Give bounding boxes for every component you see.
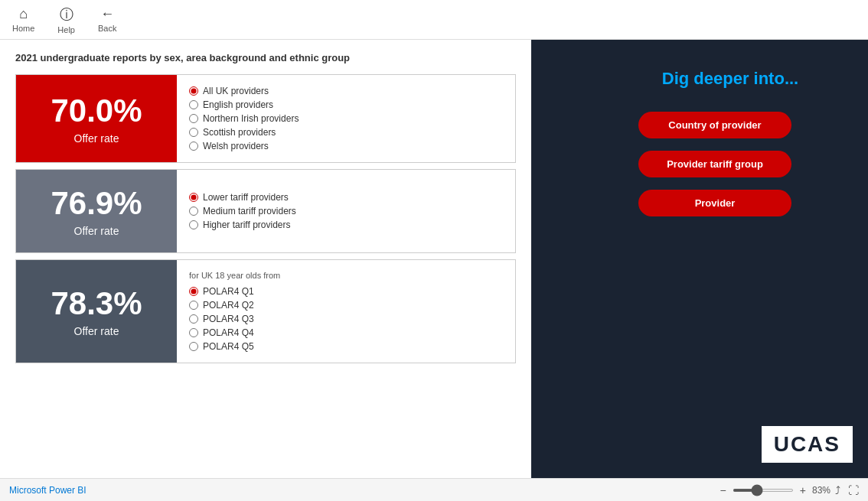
page-title: 2021 undergraduate reports by sex, area … [15, 52, 516, 63]
content-area: 2021 undergraduate reports by sex, area … [0, 40, 868, 478]
rate-label-1: Offer rate [74, 132, 119, 145]
status-icons: ⤴ ⛶ [835, 484, 859, 496]
radio-lower-tariff[interactable]: Lower tariff providers [189, 192, 503, 203]
provider-button[interactable]: Provider [638, 190, 791, 216]
share-icon[interactable]: ⤴ [835, 484, 840, 496]
card-options-2: Lower tariff providers Medium tariff pro… [177, 170, 515, 252]
right-panel: Dig deeper into... Country of provider P… [531, 40, 868, 478]
radio-english[interactable]: English providers [189, 99, 503, 110]
country-of-provider-button[interactable]: Country of provider [638, 112, 791, 138]
rate-value-2: 76.9% [51, 185, 142, 222]
radio-northern-irish[interactable]: Northern Irish providers [189, 113, 503, 124]
zoom-in-button[interactable]: + [798, 484, 808, 496]
radio-polar-q4[interactable]: POLAR4 Q4 [189, 327, 503, 338]
ucas-logo: UCAS [762, 426, 853, 463]
home-icon: ⌂ [19, 6, 28, 22]
zoom-out-button[interactable]: − [719, 484, 728, 496]
ucas-text: UCAS [774, 432, 840, 457]
rate-value-1: 70.0% [51, 93, 142, 129]
rate-label-3: Offer rate [74, 325, 119, 337]
back-icon: ← [100, 6, 114, 22]
card-options-1: All UK providers English providers North… [177, 75, 515, 162]
dig-deeper-title: Dig deeper into... [631, 69, 798, 89]
nav-bar: ⌂ Home ⓘ Help ← Back [0, 0, 868, 40]
provider-tariff-group-button[interactable]: Provider tariff group [638, 151, 791, 177]
zoom-slider[interactable] [733, 489, 794, 492]
ucas-logo-area: UCAS [762, 426, 853, 463]
left-panel: 2021 undergraduate reports by sex, area … [0, 40, 531, 478]
main-container: ⌂ Home ⓘ Help ← Back 2021 undergraduate … [0, 0, 868, 501]
home-label: Home [12, 24, 34, 33]
back-label: Back [98, 24, 116, 33]
card-options-3: for UK 18 year olds from POLAR4 Q1 POLAR… [177, 260, 515, 363]
zoom-controls: − + 83% ⤴ ⛶ [719, 484, 859, 496]
card-metric-3: 78.3% Offer rate [16, 260, 177, 363]
back-nav[interactable]: ← Back [98, 6, 116, 33]
status-bar: Microsoft Power BI − + 83% ⤴ ⛶ [0, 478, 868, 501]
rate-value-3: 78.3% [51, 285, 142, 322]
help-icon: ⓘ [60, 5, 73, 24]
polar-group-label: for UK 18 year olds from [189, 271, 503, 280]
help-nav[interactable]: ⓘ Help [57, 5, 75, 34]
help-label: Help [57, 25, 75, 34]
home-nav[interactable]: ⌂ Home [12, 6, 34, 33]
radio-higher-tariff[interactable]: Higher tariff providers [189, 220, 503, 230]
radio-medium-tariff[interactable]: Medium tariff providers [189, 206, 503, 216]
zoom-level: 83% [812, 485, 830, 496]
radio-scottish[interactable]: Scottish providers [189, 127, 503, 138]
radio-polar-q2[interactable]: POLAR4 Q2 [189, 300, 503, 311]
radio-all-uk[interactable]: All UK providers [189, 86, 503, 96]
card-metric-1: 70.0% Offer rate [16, 75, 177, 162]
radio-polar-q1[interactable]: POLAR4 Q1 [189, 286, 503, 297]
radio-welsh[interactable]: Welsh providers [189, 141, 503, 151]
card-country: 70.0% Offer rate All UK providers Englis… [15, 74, 516, 163]
card-metric-2: 76.9% Offer rate [16, 170, 177, 252]
radio-polar-q5[interactable]: POLAR4 Q5 [189, 341, 503, 352]
powerbi-link[interactable]: Microsoft Power BI [9, 485, 86, 496]
rate-label-2: Offer rate [74, 225, 119, 237]
card-polar: 78.3% Offer rate for UK 18 year olds fro… [15, 259, 516, 363]
radio-polar-q3[interactable]: POLAR4 Q3 [189, 314, 503, 324]
fullscreen-icon[interactable]: ⛶ [848, 484, 859, 496]
card-tariff: 76.9% Offer rate Lower tariff providers … [15, 169, 516, 253]
